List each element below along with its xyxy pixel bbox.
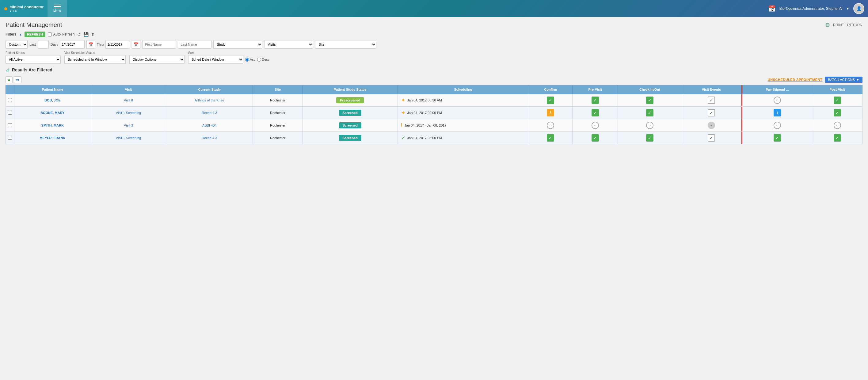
pay-stipend-cell[interactable]: ✓ <box>742 132 812 144</box>
check-inout-cell[interactable]: ○ <box>618 119 682 132</box>
date-range-select[interactable]: Custom <box>5 40 28 49</box>
row-checkbox[interactable] <box>8 136 12 140</box>
logo-name: clinical conductor <box>9 5 43 9</box>
patient-name-cell[interactable]: BOONE, MARY <box>14 107 91 119</box>
visit-cell[interactable]: Visit 1 Screening <box>91 132 166 144</box>
post-visit-cell[interactable]: ○ <box>812 119 863 132</box>
pay-stipend-cell[interactable]: ○ <box>742 119 812 132</box>
thru-label: Thru <box>97 42 104 46</box>
sort-asc-radio[interactable] <box>245 58 249 62</box>
visit-events-cell[interactable]: ✓ <box>682 107 741 119</box>
unscheduled-appointment-link[interactable]: UNSCHEDULED APPOINTMENT <box>768 78 823 82</box>
circle-gray-icon: ○ <box>834 122 841 129</box>
patient-name-cell[interactable]: BOB, JOE <box>14 94 91 107</box>
excel-export-button[interactable]: x <box>5 76 12 83</box>
print-button[interactable]: PRINT <box>833 23 844 27</box>
row-checkbox[interactable] <box>8 110 12 115</box>
save-icon[interactable]: 💾 <box>83 32 89 37</box>
days-label: Days <box>51 42 58 46</box>
study-select[interactable]: Study <box>213 40 262 49</box>
study-cell[interactable]: Roche 4.3 <box>166 132 253 144</box>
visit-events-cell[interactable]: ✓ <box>682 94 741 107</box>
confirm-cell[interactable]: ○ <box>529 119 572 132</box>
refresh-button[interactable]: REFRESH <box>25 32 46 37</box>
visits-select[interactable]: Visits <box>264 40 313 49</box>
pay-stipend-cell[interactable]: i <box>742 107 812 119</box>
patient-name-cell[interactable]: MEYER, FRANK <box>14 132 91 144</box>
last-name-input[interactable] <box>178 40 212 49</box>
confirm-cell[interactable]: ✓ <box>529 94 572 107</box>
patient-status-group: Patient Status All Active <box>5 51 61 64</box>
pay-stipend-cell[interactable]: ○ <box>742 94 812 107</box>
hamburger-line3 <box>54 8 61 8</box>
visit-scheduled-label: Visit Scheduled Status <box>64 51 126 55</box>
check-green-icon: ✓ <box>547 97 554 104</box>
filters-label: Filters <box>5 32 17 36</box>
patient-name-cell[interactable]: SMITH, MARK <box>14 119 91 132</box>
th-pay-stipend: Pay Stipend ... <box>742 85 812 94</box>
study-cell[interactable]: Arthritis of the Knee <box>166 94 253 107</box>
site-cell: Rochester <box>253 132 303 144</box>
word-export-button[interactable]: w <box>14 76 22 83</box>
site-select[interactable]: Site <box>315 40 376 49</box>
export-icon[interactable]: ⬆ <box>91 32 95 37</box>
last-days-input[interactable] <box>38 40 49 49</box>
user-dropdown-arrow[interactable]: ▼ <box>846 6 849 11</box>
scheduling-cell: ✓ Jan 04, 2017 03:00 PM <box>398 132 529 144</box>
th-visit: Visit <box>91 85 166 94</box>
sort-asc-label[interactable]: Asc <box>245 58 255 62</box>
row-checkbox[interactable] <box>8 123 12 127</box>
display-options-select[interactable]: Display Options <box>129 55 185 64</box>
visit-cell[interactable]: Visit 1 Screening <box>91 107 166 119</box>
site-cell: Rochester <box>253 107 303 119</box>
post-visit-cell[interactable]: ✓ <box>812 132 863 144</box>
confirm-cell[interactable]: ✓ <box>529 132 572 144</box>
post-visit-cell[interactable]: ✓ <box>812 107 863 119</box>
check-inout-cell[interactable]: ✓ <box>618 94 682 107</box>
filters-toggle[interactable]: ▲ <box>19 33 22 36</box>
return-button[interactable]: RETURN <box>847 23 863 27</box>
visit-scheduled-select[interactable]: Scheduled and In Window <box>64 55 126 64</box>
row-checkbox[interactable] <box>8 98 12 102</box>
calendar-icon[interactable]: 📅 <box>768 5 776 12</box>
visit-cell[interactable]: Visit 8 <box>91 94 166 107</box>
visit-cell[interactable]: Visit 3 <box>91 119 166 132</box>
visit-events-cell[interactable]: ● <box>682 119 741 132</box>
visit-events-cell[interactable]: ✓ <box>682 132 741 144</box>
reset-icon[interactable]: ↺ <box>77 32 81 37</box>
auto-refresh-checkbox[interactable] <box>48 32 52 36</box>
first-name-input[interactable] <box>142 40 176 49</box>
date-from-input[interactable] <box>60 40 85 49</box>
red-line-cell <box>741 119 742 132</box>
date-to-input[interactable] <box>105 40 130 49</box>
date-to-calendar-icon[interactable]: 📅 <box>132 40 141 49</box>
menu-button[interactable]: Menu <box>48 0 67 17</box>
batch-actions-button[interactable]: BATCH ACTIONS ▼ <box>825 76 863 83</box>
pre-visit-cell[interactable]: ✓ <box>572 107 618 119</box>
pre-visit-cell[interactable]: ✓ <box>572 132 618 144</box>
sort-desc-radio[interactable] <box>257 58 261 62</box>
avatar[interactable]: 👤 <box>853 3 864 14</box>
filter-row-2: Patient Status All Active Visit Schedule… <box>5 51 863 64</box>
sort-desc-label[interactable]: Desc <box>257 58 270 62</box>
patient-status-select[interactable]: All Active <box>5 55 61 64</box>
th-post-visit: Post-Visit <box>812 85 863 94</box>
settings-icon[interactable]: ⚙ <box>825 22 830 29</box>
th-check-inout: Check In/Out <box>618 85 682 94</box>
study-cell[interactable]: ASBI 404 <box>166 119 253 132</box>
pre-visit-cell[interactable]: ○ <box>572 119 618 132</box>
date-from-calendar-icon[interactable]: 📅 <box>87 40 95 49</box>
pre-visit-cell[interactable]: ✓ <box>572 94 618 107</box>
check-inout-cell[interactable]: ✓ <box>618 132 682 144</box>
check-inout-cell[interactable]: ✓ <box>618 107 682 119</box>
post-visit-cell[interactable]: ✓ <box>812 94 863 107</box>
study-cell[interactable]: Roche 4.3 <box>166 107 253 119</box>
hamburger-line1 <box>54 5 61 5</box>
auto-refresh-label[interactable]: Auto Refresh <box>48 32 74 36</box>
confirm-cell[interactable]: ! <box>529 107 572 119</box>
header-right: 📅 Bio-Optronics Administrator, StephenN … <box>768 3 864 14</box>
word-icon: w <box>16 77 19 82</box>
sort-select[interactable]: Sched Date / Window <box>188 55 243 64</box>
row-checkbox-cell <box>6 132 14 144</box>
check-green-icon: ✓ <box>834 109 841 117</box>
